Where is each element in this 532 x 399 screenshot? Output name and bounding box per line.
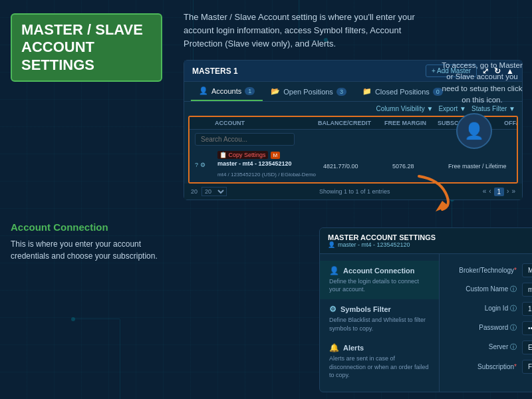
modal-menu-alerts[interactable]: 🔔 Alerts Alerts are sent in case of disc…	[320, 338, 439, 385]
prev-page-btn[interactable]: ‹	[489, 188, 491, 196]
server-input[interactable]	[522, 340, 532, 354]
subscription-label: Subscription*	[450, 363, 517, 370]
right-panel: The Master / Slave Account setting is wh…	[173, 0, 532, 399]
margin-value: 5076.28	[392, 163, 414, 170]
pagination: « ‹ 1 › »	[483, 188, 515, 196]
masters-label: MASTERS 1	[192, 66, 238, 76]
modal-form-content: Broker/Technology* Custom Name ⓘ Login I…	[440, 254, 532, 392]
col-empty	[195, 120, 215, 126]
open-positions-icon: 📂	[271, 87, 280, 96]
modal-header-info: MASTER ACCOUNT SETTINGS 👤 master - mt4 -…	[328, 233, 436, 248]
account-cell: 📋 Copy Settings M master - mt4 - 1235452…	[217, 151, 321, 179]
search-input[interactable]	[195, 133, 295, 146]
account-icon-small: 👤	[328, 241, 335, 248]
password-field-group: 👁	[522, 321, 532, 335]
server-field-group: × +	[522, 340, 532, 354]
modal-menu-symbols-filter[interactable]: ⚙ Symbols Filter Define Blacklist and Wh…	[320, 299, 439, 338]
custom-name-label: Custom Name ⓘ	[450, 285, 517, 294]
menu-item-title-2: ⚙ Symbols Filter	[329, 305, 430, 314]
first-page-btn[interactable]: «	[483, 188, 487, 196]
account-name: master - mt4 - 1235452120	[217, 160, 321, 167]
col-account: ACCOUNT	[215, 120, 318, 126]
copy-settings-btn[interactable]: 📋 Copy Settings	[217, 151, 268, 159]
account-connection-menu-icon: 👤	[329, 266, 339, 275]
page-size-select[interactable]: 20 50 100	[201, 187, 227, 196]
modal-body: 👤 Account Connection Define the login de…	[320, 254, 532, 392]
settings-trigger-icon[interactable]: ⚙	[200, 162, 205, 168]
balance-value: 4821.77/0.00	[323, 163, 358, 170]
alerts-menu-icon: 🔔	[329, 343, 339, 352]
menu-item-desc-1: Define the login details to connect your…	[329, 277, 430, 294]
account-connection-body: This is where you enter your account cre…	[11, 238, 162, 262]
question-icon[interactable]: ?	[195, 162, 198, 168]
tab-accounts[interactable]: 👤 Accounts 1	[191, 82, 263, 101]
custom-name-input[interactable]	[522, 283, 532, 297]
balance-cell: 4821.77/0.00	[323, 159, 390, 171]
menu-item-title-1: 👤 Account Connection	[329, 266, 430, 275]
account-connection-label: Account Connection	[11, 221, 162, 233]
menu-item-desc-3: Alerts are sent in case of disconnection…	[329, 354, 430, 380]
form-row-broker: Broker/Technology*	[450, 263, 532, 277]
server-label: Server ⓘ	[450, 342, 517, 352]
column-visibility-btn[interactable]: Column Visibility ▼	[376, 105, 434, 112]
form-row-custom-name: Custom Name ⓘ	[450, 283, 532, 297]
password-label: Password ⓘ	[450, 323, 517, 332]
app-description: The Master / Slave Account setting is wh…	[184, 11, 430, 51]
col-margin: FREE MARGIN	[384, 120, 438, 126]
modal-subtitle: 👤 master - mt4 - 1235452120	[328, 241, 436, 248]
margin-cell: 5076.28	[392, 159, 446, 171]
form-row-login: Login Id ⓘ	[450, 302, 532, 316]
col-offon: OFF/ON	[504, 120, 518, 126]
subscription-cell: Free master / Lifetime	[448, 159, 515, 171]
toggle-cell	[517, 159, 518, 171]
left-panel: MASTER / SLAVE ACCOUNT SETTINGS Account …	[0, 0, 173, 399]
next-page-btn[interactable]: ›	[507, 188, 509, 196]
page-size-selector: 20 20 50 100	[191, 187, 227, 196]
user-icon: 👤	[464, 122, 484, 140]
account-sub: mt4 / 1235452120 (USD) / EGlobal-Demo	[217, 172, 316, 178]
symbols-filter-menu-icon: ⚙	[329, 305, 336, 314]
menu-item-title-3: 🔔 Alerts	[329, 343, 430, 352]
svg-marker-0	[436, 201, 449, 211]
tab-closed-positions[interactable]: 📁 Closed Positions 0	[354, 82, 451, 101]
form-row-subscription: Subscription*	[450, 360, 532, 374]
tab-open-positions[interactable]: 📂 Open Positions 3	[263, 82, 354, 101]
status-filter-btn[interactable]: Status Filter ▼	[471, 105, 515, 112]
showing-text: Showing 1 to 1 of 1 entries	[319, 188, 390, 195]
page-title: MASTER / SLAVE ACCOUNT SETTINGS	[21, 21, 152, 74]
title-box: MASTER / SLAVE ACCOUNT SETTINGS	[11, 13, 162, 82]
modal-sidebar: 👤 Account Connection Define the login de…	[320, 254, 440, 392]
row-badge: M	[271, 152, 281, 159]
side-note-text: To access, go to Master or Slave account…	[442, 61, 522, 104]
col-balance: BALANCE/CREDIT	[318, 120, 384, 126]
export-btn[interactable]: Export ▼	[438, 105, 466, 112]
login-label: Login Id ⓘ	[450, 304, 517, 313]
form-row-password: Password ⓘ 👁	[450, 321, 532, 335]
modal-title: MASTER ACCOUNT SETTINGS	[328, 233, 436, 241]
last-page-btn[interactable]: »	[511, 188, 515, 196]
broker-input[interactable]	[522, 263, 532, 277]
password-input[interactable]	[522, 321, 532, 335]
login-input[interactable]	[522, 302, 532, 316]
modal-header: MASTER ACCOUNT SETTINGS 👤 master - mt4 -…	[320, 228, 532, 254]
page-size-label: 20	[191, 188, 198, 195]
broker-label: Broker/Technology*	[450, 267, 517, 274]
accounts-icon: 👤	[199, 86, 208, 95]
closed-positions-icon: 📁	[362, 87, 372, 96]
subscription-value: Free master / Lifetime	[448, 163, 507, 170]
subscription-input[interactable]	[522, 360, 532, 374]
current-page: 1	[494, 188, 505, 196]
side-note: To access, go to Master or Slave account…	[439, 60, 525, 106]
settings-modal: MASTER ACCOUNT SETTINGS 👤 master - mt4 -…	[319, 227, 532, 392]
row-actions: ? ⚙	[195, 162, 215, 168]
user-icon-circle[interactable]: 👤	[456, 113, 492, 149]
on-off-toggle[interactable]	[517, 159, 518, 168]
table-row: ? ⚙ 📋 Copy Settings M master - mt4 - 123…	[190, 148, 517, 182]
table-footer: 20 20 50 100 Showing 1 to 1 of 1 entries…	[184, 184, 522, 200]
form-row-server: Server ⓘ × +	[450, 340, 532, 354]
menu-item-desc-2: Define Blacklist and Whitelist to filter…	[329, 316, 430, 332]
modal-menu-account-connection[interactable]: 👤 Account Connection Define the login de…	[320, 261, 439, 299]
